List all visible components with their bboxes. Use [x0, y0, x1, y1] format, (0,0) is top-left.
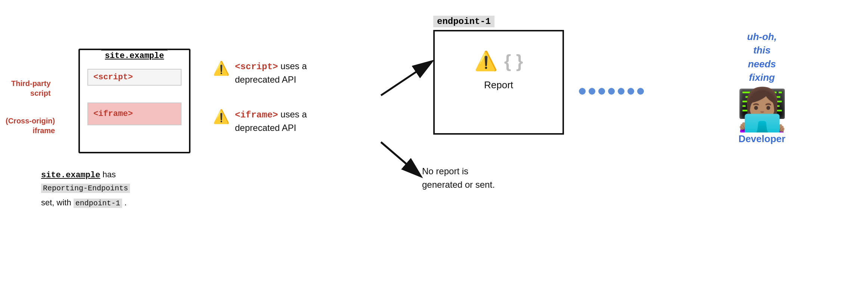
- endpoint-braces: { }: [504, 51, 523, 71]
- warning-area: ⚠️ <script> uses adeprecated API ⚠️ <ifr…: [213, 60, 381, 156]
- endpoint-report-label: Report: [435, 79, 562, 91]
- set-with-text: set, with: [41, 198, 71, 207]
- endpoint-1-mono: endpoint-1: [74, 199, 122, 208]
- no-report-text: No report isgenerated or sent.: [422, 165, 495, 191]
- reporting-endpoints-mono: Reporting-Endpoints: [41, 184, 130, 193]
- dot-7: [637, 88, 644, 95]
- dot-4: [608, 88, 615, 95]
- dot-2: [589, 88, 595, 95]
- cross-origin-label: (Cross-origin) iframe: [6, 116, 55, 135]
- script-tag: <script>: [87, 69, 182, 86]
- warning-item-2: ⚠️ <iframe> uses adeprecated API: [213, 108, 381, 134]
- warning-text-2: <iframe> uses adeprecated API: [235, 108, 307, 134]
- warning-icon-1: ⚠️: [213, 61, 230, 76]
- site-box-title: site.example: [101, 49, 168, 61]
- dot-1: [579, 88, 586, 95]
- endpoint-icons: ⚠️ { }: [435, 31, 562, 72]
- dotted-line: [579, 88, 644, 95]
- diagram-container: Third-party script (Cross-origin) iframe…: [0, 0, 868, 285]
- svg-line-2: [381, 142, 420, 176]
- dot-5: [618, 88, 624, 95]
- dot-3: [598, 88, 605, 95]
- period-text: .: [124, 198, 127, 207]
- warning-text-1: <script> uses adeprecated API: [235, 60, 307, 86]
- dev-emoji: 👩🏽‍💻: [702, 89, 822, 130]
- script-tag-warning: <script>: [235, 62, 278, 72]
- warning-icon-2: ⚠️: [213, 109, 230, 125]
- dev-label: Developer: [702, 133, 822, 145]
- site-has-text: has: [103, 170, 116, 179]
- endpoint-warn-icon: ⚠️: [474, 50, 497, 72]
- site-example-box: site.example <script> <iframe>: [78, 49, 190, 153]
- dev-speech: uh-oh,thisneedsfixing: [702, 30, 822, 85]
- iframe-tag: <iframe>: [87, 102, 182, 125]
- dot-6: [627, 88, 634, 95]
- svg-line-1: [381, 62, 431, 95]
- developer-area: uh-oh,thisneedsfixing 👩🏽‍💻 Developer: [702, 30, 822, 145]
- iframe-tag-warning: <iframe>: [235, 110, 278, 120]
- third-party-label: Third-party script: [11, 79, 51, 98]
- warning-item-1: ⚠️ <script> uses adeprecated API: [213, 60, 381, 86]
- site-example-mono: site.example: [41, 171, 100, 180]
- endpoint-box: ⚠️ { } Report: [433, 30, 564, 135]
- endpoint-label: endpoint-1: [433, 16, 495, 27]
- site-bottom-text: site.example has Reporting-Endpoints set…: [41, 168, 130, 209]
